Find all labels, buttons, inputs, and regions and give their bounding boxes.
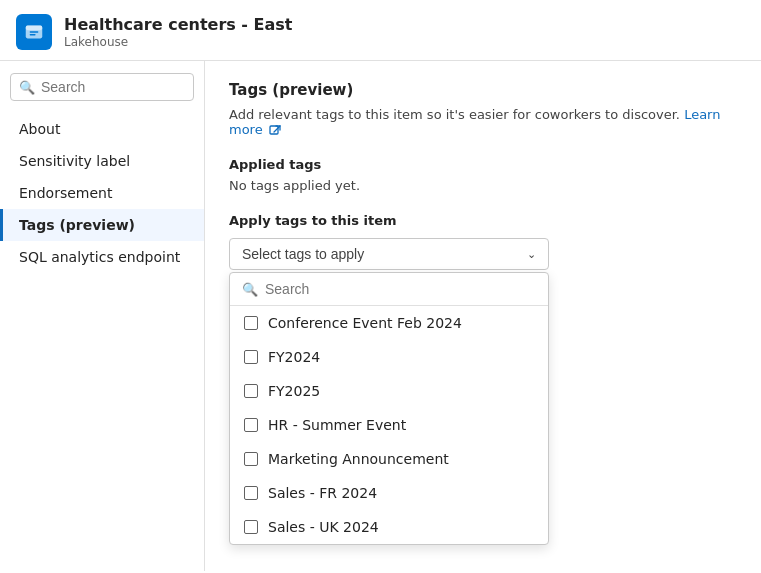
list-item[interactable]: Marketing Announcement — [230, 442, 548, 476]
main-content: Tags (preview) Add relevant tags to this… — [205, 61, 761, 571]
dropdown-search-box[interactable]: 🔍 — [230, 273, 548, 306]
list-item[interactable]: Sales - UK 2024 — [230, 510, 548, 544]
tag-checkbox-2[interactable] — [244, 350, 258, 364]
list-item[interactable]: HR - Summer Event — [230, 408, 548, 442]
sidebar-search-input[interactable] — [41, 79, 185, 95]
section-title: Tags (preview) — [229, 81, 737, 99]
list-item[interactable]: FY2025 — [230, 374, 548, 408]
applied-tags-title: Applied tags — [229, 157, 737, 172]
sidebar-search-box[interactable]: 🔍 — [10, 73, 194, 101]
dropdown-search-input[interactable] — [265, 281, 536, 297]
description-text: Add relevant tags to this item so it's e… — [229, 107, 737, 137]
item-icon — [16, 14, 52, 50]
sidebar: 🔍 About Sensitivity label Endorsement Ta… — [0, 61, 205, 571]
tag-checkbox-6[interactable] — [244, 486, 258, 500]
page-subtitle: Lakehouse — [64, 35, 292, 49]
list-item[interactable]: Sales - FR 2024 — [230, 476, 548, 510]
tags-dropdown-container: Select tags to apply ⌄ 🔍 Conference Even… — [229, 238, 549, 270]
tags-dropdown-trigger[interactable]: Select tags to apply ⌄ — [229, 238, 549, 270]
page-title: Healthcare centers - East — [64, 15, 292, 34]
sidebar-item-tags-preview[interactable]: Tags (preview) — [0, 209, 204, 241]
page-header: Healthcare centers - East Lakehouse — [0, 0, 761, 61]
sidebar-item-sql-analytics[interactable]: SQL analytics endpoint — [0, 241, 204, 273]
list-item[interactable]: FY2024 — [230, 340, 548, 374]
tag-label-5: Marketing Announcement — [268, 451, 449, 467]
tags-list: Conference Event Feb 2024 FY2024 FY2025 … — [230, 306, 548, 544]
chevron-down-icon: ⌄ — [527, 248, 536, 261]
dropdown-search-icon: 🔍 — [242, 282, 258, 297]
tag-label-3: FY2025 — [268, 383, 320, 399]
tag-label-1: Conference Event Feb 2024 — [268, 315, 462, 331]
tag-label-7: Sales - UK 2024 — [268, 519, 379, 535]
sidebar-item-endorsement[interactable]: Endorsement — [0, 177, 204, 209]
main-layout: 🔍 About Sensitivity label Endorsement Ta… — [0, 61, 761, 571]
external-link-icon — [269, 125, 281, 137]
tags-dropdown-panel: 🔍 Conference Event Feb 2024 FY2024 FY202 — [229, 272, 549, 545]
apply-tags-title: Apply tags to this item — [229, 213, 737, 228]
tag-checkbox-1[interactable] — [244, 316, 258, 330]
svg-rect-1 — [26, 26, 43, 31]
sidebar-item-about[interactable]: About — [0, 113, 204, 145]
tag-checkbox-5[interactable] — [244, 452, 258, 466]
tag-label-6: Sales - FR 2024 — [268, 485, 377, 501]
list-item[interactable]: Conference Event Feb 2024 — [230, 306, 548, 340]
tag-checkbox-4[interactable] — [244, 418, 258, 432]
sidebar-item-sensitivity-label[interactable]: Sensitivity label — [0, 145, 204, 177]
search-icon: 🔍 — [19, 80, 35, 95]
tag-label-2: FY2024 — [268, 349, 320, 365]
tag-checkbox-3[interactable] — [244, 384, 258, 398]
tag-label-4: HR - Summer Event — [268, 417, 406, 433]
tag-checkbox-7[interactable] — [244, 520, 258, 534]
dropdown-placeholder-label: Select tags to apply — [242, 246, 364, 262]
header-text-group: Healthcare centers - East Lakehouse — [64, 15, 292, 49]
no-tags-text: No tags applied yet. — [229, 178, 737, 193]
